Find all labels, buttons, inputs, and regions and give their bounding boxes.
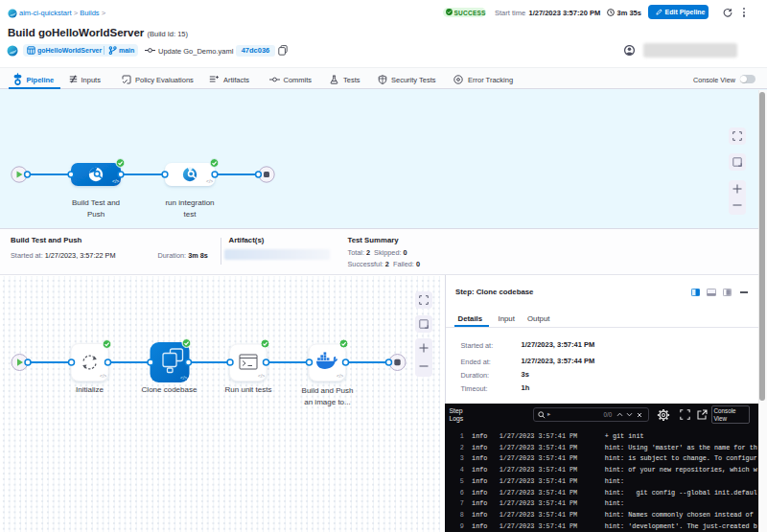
svg-text:</>: </>	[258, 373, 265, 379]
svg-text:</>: </>	[180, 374, 187, 380]
svg-text:</>: </>	[112, 178, 119, 184]
svg-text:</>: </>	[337, 373, 343, 379]
svg-text:</>: </>	[100, 373, 106, 379]
svg-text:</>: </>	[206, 178, 213, 184]
